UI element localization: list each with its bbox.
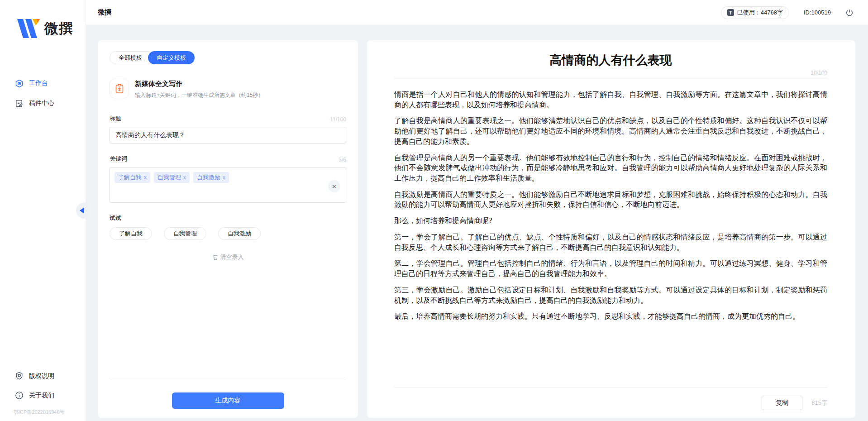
keywords-label: 关键词 [110, 155, 127, 163]
sidebar-item-label: 工作台 [29, 79, 48, 87]
page-title: 微撰 [98, 8, 111, 17]
keyword-tag[interactable]: 了解自我 x [114, 172, 150, 183]
keyword-tag-list: 了解自我 x 自我管理 x 自我激励 x [114, 172, 326, 183]
info-icon [15, 391, 24, 400]
keyword-tag[interactable]: 自我管理 x [154, 172, 190, 183]
template-subtitle: 输入标题+关键词，一键准确生成所需文章（约15秒） [135, 91, 263, 99]
try-options: 了解自我 自我管理 自我激励 [110, 227, 346, 240]
article-paragraph: 最后，培养高情商需要长期的努力和实践。只有通过不断地学习、反思和实践，才能够提高… [394, 311, 827, 322]
copy-button[interactable]: 复制 [762, 396, 802, 410]
trash-icon [212, 254, 219, 260]
word-count: 815字 [811, 399, 827, 407]
article-panel: 高情商的人有什么表现 10/100 情商是指一个人对自己和他人的情感的认知和管理… [367, 40, 855, 418]
main-region: 微撰 T 已使用：44768字 ID:100519 全部模 [86, 0, 868, 421]
sidebar-item-workbench[interactable]: 工作台 [0, 73, 86, 93]
user-id: ID:100519 [804, 9, 831, 16]
chevron-left-icon [80, 207, 84, 214]
content-area: 全部模板 自定义模板 新媒体全文写作 输入标题+关键词， [86, 25, 868, 421]
close-icon: × [332, 182, 336, 190]
sidebar-item-copyright[interactable]: 版权说明 [0, 366, 86, 386]
remove-keyword-icon[interactable]: x [223, 174, 225, 181]
try-label: 试试 [110, 214, 346, 222]
app-root: 微撰 工作台 [0, 0, 868, 421]
sidebar-item-drafts[interactable]: 稿件中心 [0, 93, 86, 113]
keyword-tag-label: 了解自我 [118, 173, 142, 182]
hexagon-workbench-icon [15, 79, 24, 88]
article-paragraph: 第二，学会管理自己。管理自己包括控制自己的情绪、行为和言语，以及管理自己的时间和… [394, 258, 827, 279]
form-footer: 生成内容 [110, 380, 346, 409]
sidebar-item-label: 稿件中心 [29, 99, 54, 107]
template-tabs: 全部模板 自定义模板 [110, 51, 346, 64]
article-paragraph: 了解自我是高情商人的重要表现之一。他们能够清楚地认识自己的优点和缺点，以及自己的… [394, 116, 827, 147]
title-field-header: 标题 11/100 [110, 115, 346, 123]
sidebar-footer: 版权说明 关于我们 鄂ICP备2022016946号 [0, 366, 86, 421]
try-option-button[interactable]: 自我管理 [164, 227, 206, 240]
clear-keywords-button[interactable]: × [328, 180, 340, 192]
keywords-field-header: 关键词 3/6 [110, 155, 346, 163]
clear-input-action[interactable]: 清空录入 [110, 253, 346, 261]
title-label: 标题 [110, 115, 121, 123]
sidebar-item-about[interactable]: 关于我们 [0, 386, 86, 405]
keywords-input-box[interactable]: 了解自我 x 自我管理 x 自我激励 x [110, 167, 346, 203]
article-paragraph: 情商是指一个人对自己和他人的情感的认知和管理能力，包括了解自我、自我管理、自我激… [394, 90, 827, 110]
remove-keyword-icon[interactable]: x [144, 174, 147, 181]
article-title: 高情商的人有什么表现 [394, 52, 827, 68]
keywords-counter: 3/6 [339, 157, 346, 163]
article-paragraph: 第三，学会激励自己。激励自己包括设定目标和计划、自我激励和自我奖励等方式。可以通… [394, 285, 827, 306]
try-option-button[interactable]: 了解自我 [110, 227, 152, 240]
usage-text: 已使用：44768字 [737, 9, 783, 17]
sidebar-item-label: 版权说明 [29, 372, 54, 380]
shield-copyright-icon [15, 372, 24, 380]
article-paragraph: 自我激励是高情商人的重要特质之一。他们能够激励自己不断地追求目标和梦想，克服困难… [394, 190, 827, 210]
sidebar: 微撰 工作台 [0, 0, 86, 421]
clipboard-icon [110, 79, 129, 98]
template-form-panel: 全部模板 自定义模板 新媒体全文写作 输入标题+关键词， [98, 40, 358, 418]
keyword-tag-label: 自我激励 [197, 173, 220, 182]
article-header: 高情商的人有什么表现 10/100 [394, 52, 827, 78]
brand-name: 微撰 [44, 19, 73, 38]
keyword-tag[interactable]: 自我激励 x [193, 172, 229, 183]
article-title-counter: 10/100 [394, 70, 827, 76]
remove-keyword-icon[interactable]: x [183, 174, 186, 181]
template-title: 新媒体全文写作 [135, 80, 263, 88]
article-paragraph: 那么，如何培养和提高情商呢? [394, 216, 827, 226]
tab-custom-templates[interactable]: 自定义模板 [148, 51, 195, 64]
sidebar-menu: 工作台 稿件中心 [0, 73, 86, 113]
template-card[interactable]: 新媒体全文写作 输入标题+关键词，一键准确生成所需文章（约15秒） [110, 79, 346, 99]
brand-logo: 微撰 [0, 0, 86, 38]
generate-content-button[interactable]: 生成内容 [172, 392, 284, 409]
clear-input-label: 清空录入 [220, 253, 244, 261]
template-info: 新媒体全文写作 输入标题+关键词，一键准确生成所需文章（约15秒） [135, 79, 263, 99]
article-body[interactable]: 情商是指一个人对自己和他人的情感的认知和管理能力，包括了解自我、自我管理、自我激… [394, 78, 827, 387]
text-usage-icon: T [727, 9, 734, 16]
usage-counter-pill[interactable]: T 已使用：44768字 [721, 6, 789, 19]
article-paragraph: 第一，学会了解自己。了解自己的优点、缺点、个性特质和偏好，以及自己的情感状态和情… [394, 232, 827, 253]
sidebar-item-label: 关于我们 [29, 392, 54, 400]
logout-power-icon[interactable] [845, 9, 854, 17]
try-option-button[interactable]: 自我激励 [218, 227, 261, 240]
header-right: T 已使用：44768字 ID:100519 [721, 6, 854, 19]
keyword-tag-label: 自我管理 [157, 173, 181, 182]
article-paragraph: 自我管理是高情商人的另一个重要表现。他们能够有效地控制自己的言行和行为，控制自己… [394, 153, 827, 184]
title-counter: 11/100 [330, 116, 346, 123]
document-pencil-icon [15, 99, 24, 108]
article-footer: 复制 815字 [394, 387, 827, 418]
title-input[interactable] [110, 127, 346, 144]
top-header: 微撰 T 已使用：44768字 ID:100519 [86, 0, 868, 25]
icp-number: 鄂ICP备2022016946号 [0, 405, 86, 416]
brand-w-icon [17, 19, 40, 38]
